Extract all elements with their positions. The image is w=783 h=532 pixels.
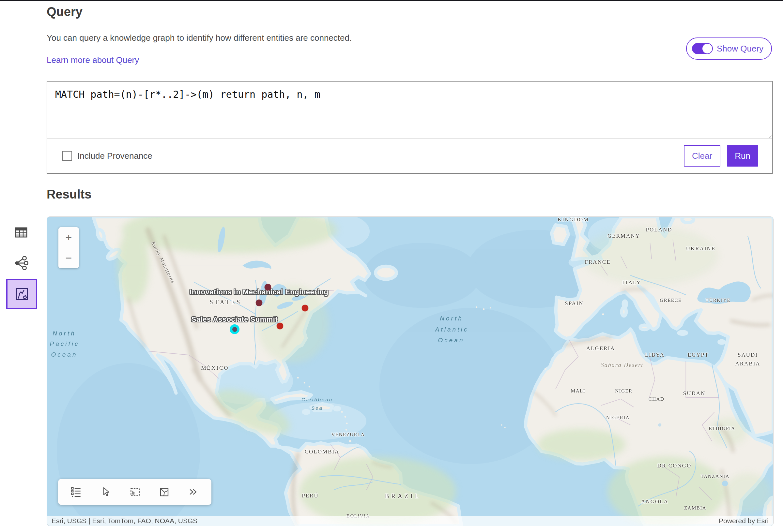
show-query-toggle-label: Show Query: [717, 44, 763, 54]
query-panel-footer: Include Provenance Clear Run: [47, 139, 772, 173]
attribution-sources: Esri, USGS | Esri, TomTom, FAO, NOAA, US…: [52, 517, 197, 525]
double-chevron-right-icon: [188, 486, 199, 498]
map-view-button[interactable]: [6, 279, 37, 309]
map-point[interactable]: [302, 305, 309, 312]
map-point[interactable]: [277, 323, 283, 330]
link-chart-view-button[interactable]: [13, 255, 29, 271]
select-rectangle-icon: [129, 486, 141, 498]
map-point[interactable]: [256, 300, 263, 306]
map-zoom-control: + −: [58, 227, 79, 268]
select-cursor-button[interactable]: [98, 485, 113, 499]
include-provenance-label: Include Provenance: [77, 151, 152, 161]
legend-icon: [70, 486, 82, 498]
link-chart-icon: [13, 255, 29, 271]
query-panel: MATCH path=(n)-[r*..2]->(m) return path,…: [46, 81, 773, 174]
select-polygon-icon: [158, 486, 170, 498]
learn-more-link[interactable]: Learn more about Query: [46, 55, 139, 65]
map-point-selected[interactable]: [230, 324, 240, 334]
results-title: Results: [46, 188, 91, 201]
map-view-icon: [14, 287, 29, 302]
table-icon: [13, 225, 29, 240]
page-title: Query: [46, 5, 83, 19]
map-attribution: Esri, USGS | Esri, TomTom, FAO, NOAA, US…: [47, 516, 773, 526]
toolbar-expand-button[interactable]: [186, 485, 201, 499]
query-page: Query You can query a knowledge graph to…: [0, 0, 783, 532]
legend-button[interactable]: [69, 485, 83, 499]
zoom-in-button[interactable]: +: [58, 227, 79, 248]
query-input[interactable]: MATCH path=(n)-[r*..2]->(m) return path,…: [47, 81, 772, 139]
select-polygon-button[interactable]: [157, 485, 171, 499]
cursor-icon: [99, 486, 111, 498]
zoom-out-button[interactable]: −: [58, 248, 79, 269]
clear-button[interactable]: Clear: [684, 145, 720, 167]
include-provenance-checkbox[interactable]: [62, 151, 72, 161]
powered-by-esri: Powered by Esri: [719, 517, 769, 525]
map-toolbar: [58, 479, 211, 505]
toggle-switch-icon[interactable]: [692, 43, 713, 54]
results-map[interactable]: KINGDOMPOLANDGERMANYUKRAINEFRANCEITALYSP…: [46, 217, 774, 526]
show-query-toggle[interactable]: Show Query: [686, 37, 772, 60]
table-view-button[interactable]: [13, 225, 29, 240]
page-description: You can query a knowledge graph to ident…: [46, 33, 352, 43]
select-rectangle-button[interactable]: [128, 485, 142, 499]
run-button[interactable]: Run: [727, 145, 758, 167]
map-point[interactable]: [264, 284, 272, 291]
